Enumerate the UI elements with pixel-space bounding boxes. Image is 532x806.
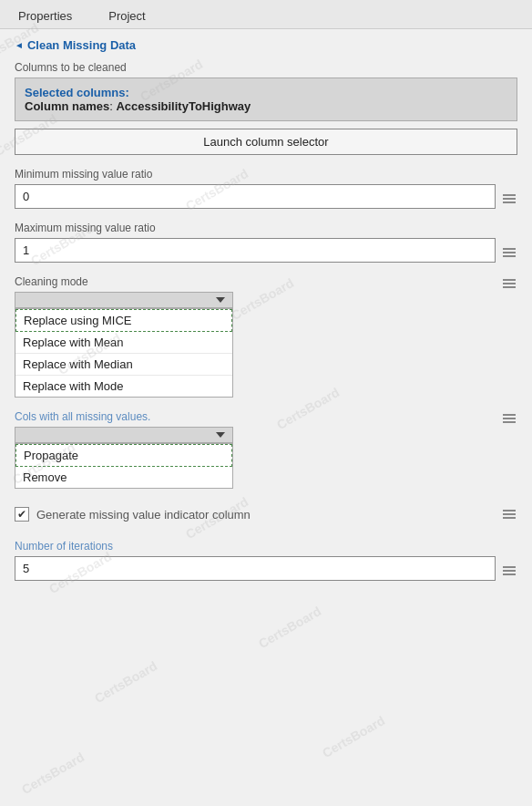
cleaning-mode-dropdown-list: Replace using MICE Replace with Mean Rep…: [15, 308, 233, 398]
cols-missing-arrow-icon: [216, 432, 225, 438]
cols-missing-option-propagate[interactable]: Propagate: [15, 444, 232, 467]
num-iterations-input[interactable]: [15, 556, 496, 581]
cleaning-mode-dropdown-container: Replace using MICE Replace with Mean Rep…: [15, 292, 517, 398]
generate-indicator-checkbox-row: ✔ Generate missing value indicator colum…: [15, 501, 496, 527]
min-ratio-input[interactable]: [15, 184, 496, 209]
max-ratio-input[interactable]: [15, 238, 496, 263]
generate-indicator-label: Generate missing value indicator column: [36, 508, 251, 522]
cleaning-mode-group: Cleaning mode Replace using MICE Replace…: [15, 275, 517, 398]
columns-label: Columns to be cleaned: [15, 61, 517, 74]
cleaning-mode-label-row: Cleaning mode: [15, 275, 517, 292]
cols-missing-label: Cols with all missing values.: [15, 410, 496, 423]
generate-indicator-checkbox[interactable]: ✔: [15, 507, 29, 522]
min-ratio-menu-icon[interactable]: [501, 192, 517, 205]
main-panel: ◄ Clean Missing Data Columns to be clean…: [0, 29, 532, 603]
min-ratio-row: Minimum missing value ratio: [15, 168, 517, 209]
selected-columns-box: Selected columns: Column names: Accessib…: [15, 78, 517, 121]
checkmark-icon: ✔: [17, 509, 26, 520]
cols-missing-dropdown-container: Propagate Remove: [15, 427, 517, 489]
num-iterations-row: Number of iterations: [15, 540, 517, 581]
min-ratio-group: Minimum missing value ratio: [15, 168, 517, 209]
cleaning-mode-menu-icon[interactable]: [501, 277, 517, 290]
cleaning-mode-option-mean[interactable]: Replace with Mean: [15, 332, 232, 354]
cols-missing-label-row: Cols with all missing values.: [15, 410, 517, 427]
tab-project[interactable]: Project: [90, 4, 163, 28]
cleaning-mode-option-mode[interactable]: Replace with Mode: [15, 376, 232, 397]
section-title: ◄ Clean Missing Data: [15, 38, 517, 52]
cleaning-mode-option-mice[interactable]: Replace using MICE: [15, 309, 232, 332]
max-ratio-group: Maximum missing value ratio: [15, 222, 517, 263]
selected-columns-title: Selected columns:: [25, 86, 507, 99]
cleaning-mode-label: Cleaning mode: [15, 275, 496, 288]
max-ratio-row: Maximum missing value ratio: [15, 222, 517, 263]
num-iterations-menu-icon[interactable]: [501, 564, 517, 577]
cleaning-mode-option-median[interactable]: Replace with Median: [15, 354, 232, 376]
column-names-label: Column names: [25, 99, 109, 113]
selected-columns-value: Column names: AccessibilityToHighway: [25, 99, 507, 113]
generate-indicator-group: ✔ Generate missing value indicator colum…: [15, 501, 517, 527]
generate-indicator-menu-icon[interactable]: [501, 508, 517, 521]
max-ratio-label: Maximum missing value ratio: [15, 222, 496, 234]
cols-missing-dropdown-trigger[interactable]: [15, 427, 233, 443]
tab-properties[interactable]: Properties: [0, 4, 90, 28]
cols-missing-dropdown-list: Propagate Remove: [15, 443, 233, 489]
cols-missing-group: Cols with all missing values. Propagate …: [15, 410, 517, 489]
cleaning-mode-dropdown-trigger[interactable]: [15, 292, 233, 308]
cleaning-mode-arrow-icon: [216, 297, 225, 303]
cols-missing-option-remove[interactable]: Remove: [15, 467, 232, 488]
generate-indicator-row: ✔ Generate missing value indicator colum…: [15, 501, 517, 527]
launch-column-selector-button[interactable]: Launch column selector: [15, 129, 517, 155]
tab-bar: Properties Project: [0, 0, 532, 29]
section-title-text: Clean Missing Data: [27, 38, 136, 52]
min-ratio-label: Minimum missing value ratio: [15, 168, 496, 181]
num-iterations-group: Number of iterations: [15, 540, 517, 581]
cols-missing-menu-icon[interactable]: [501, 412, 517, 425]
section-arrow: ◄: [15, 40, 24, 50]
column-names-value: AccessibilityToHighway: [116, 99, 251, 113]
num-iterations-label: Number of iterations: [15, 540, 496, 553]
launch-button-row: Launch column selector: [15, 129, 517, 155]
max-ratio-menu-icon[interactable]: [501, 246, 517, 259]
columns-to-clean-group: Columns to be cleaned Selected columns: …: [15, 61, 517, 155]
